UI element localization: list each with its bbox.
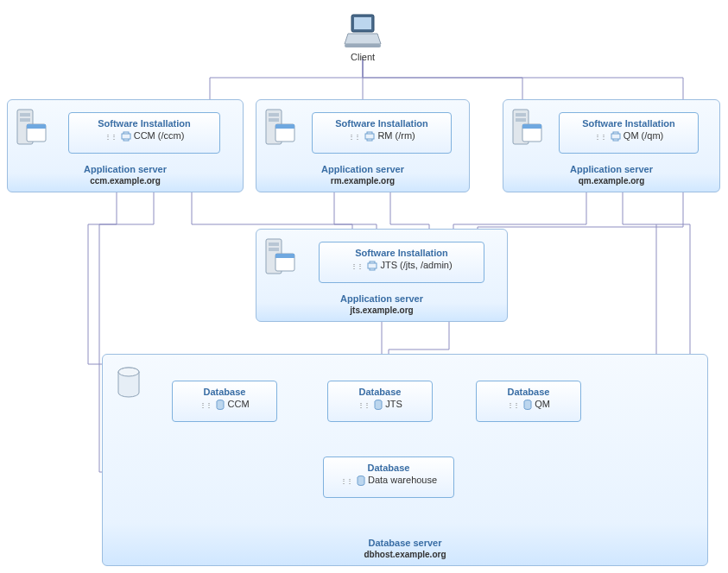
server-footer: Application server jts.example.org [256, 293, 507, 316]
dots-icon: ⋮⋮ [351, 262, 363, 270]
server-role: Application server [256, 164, 469, 175]
svg-rect-25 [269, 242, 279, 246]
box-title: Database [324, 463, 453, 473]
dots-icon: ⋮⋮ [507, 401, 519, 409]
database-server: Database ⋮⋮ CCM Database ⋮⋮ JTS Database… [102, 354, 708, 566]
server-footer: Application server qm.example.org [503, 164, 719, 186]
jts-app-server: Software Installation ⋮⋮ JTS (/jts, /adm… [256, 229, 508, 322]
dots-icon: ⋮⋮ [340, 477, 352, 485]
box-title: Database [173, 387, 276, 397]
dots-icon: ⋮⋮ [104, 133, 117, 141]
box-sub: ⋮⋮ RM (/rm) [313, 130, 451, 142]
svg-rect-5 [20, 118, 30, 122]
db-jts: Database ⋮⋮ JTS [327, 381, 433, 422]
svg-rect-14 [275, 124, 294, 129]
diagram-canvas: Client Software Installation ⋮⋮ CCM (/cc… [0, 0, 728, 573]
svg-rect-11 [269, 113, 279, 116]
box-sub: ⋮⋮ Data warehouse [324, 475, 453, 486]
svg-rect-16 [365, 134, 374, 139]
db-ccm: Database ⋮⋮ CCM [172, 381, 277, 422]
client-icon [341, 13, 384, 49]
qm-software-installation: Software Installation ⋮⋮ QM (/qm) [559, 112, 699, 154]
dots-icon: ⋮⋮ [594, 133, 606, 141]
svg-point-32 [118, 368, 139, 376]
box-sub: ⋮⋮ CCM [173, 399, 276, 410]
box-sub-text: CCM [228, 399, 250, 409]
server-host: jts.example.org [256, 305, 507, 316]
rm-software-installation: Software Installation ⋮⋮ RM (/rm) [312, 112, 452, 154]
svg-rect-4 [20, 113, 30, 116]
box-sub-text: CCM (/ccm) [134, 130, 185, 141]
rm-app-server: Software Installation ⋮⋮ RM (/rm) Applic… [256, 99, 470, 192]
server-icon [16, 109, 47, 147]
svg-rect-1 [354, 17, 371, 29]
server-role: Database server [103, 538, 707, 549]
svg-rect-30 [368, 263, 377, 268]
qm-app-server: Software Installation ⋮⋮ QM (/qm) Applic… [503, 99, 720, 192]
db-data-warehouse: Database ⋮⋮ Data warehouse [323, 457, 454, 498]
svg-rect-19 [516, 118, 526, 122]
box-sub: ⋮⋮ JTS (/jts, /admin) [320, 260, 484, 271]
server-footer: Application server ccm.example.org [8, 164, 243, 186]
box-title: Software Installation [560, 118, 698, 129]
box-sub-text: JTS (/jts, /admin) [381, 260, 453, 270]
svg-rect-21 [522, 124, 541, 129]
ccm-app-server: Software Installation ⋮⋮ CCM (/ccm) Appl… [7, 99, 244, 192]
svg-rect-26 [269, 248, 279, 251]
jts-software-installation: Software Installation ⋮⋮ JTS (/jts, /adm… [319, 242, 484, 283]
server-host: dbhost.example.org [103, 549, 707, 560]
server-footer: Database server dbhost.example.org [103, 538, 707, 560]
dots-icon: ⋮⋮ [358, 401, 370, 409]
svg-rect-2 [345, 44, 381, 47]
box-sub-text: JTS [385, 399, 402, 409]
db-qm: Database ⋮⋮ QM [476, 381, 581, 422]
server-icon [265, 109, 296, 147]
server-icon [265, 238, 296, 276]
svg-rect-12 [269, 118, 279, 122]
box-sub: ⋮⋮ QM [477, 399, 580, 410]
box-sub: ⋮⋮ CCM (/ccm) [69, 130, 219, 142]
box-sub: ⋮⋮ QM (/qm) [560, 130, 698, 142]
box-title: Database [328, 387, 432, 397]
server-host: qm.example.org [503, 175, 719, 186]
db-server-icon [117, 367, 141, 398]
dots-icon: ⋮⋮ [199, 401, 212, 409]
server-role: Application server [8, 164, 243, 175]
box-title: Software Installation [313, 118, 451, 129]
svg-rect-9 [122, 134, 130, 139]
svg-rect-28 [275, 254, 294, 258]
server-role: Application server [503, 164, 719, 175]
server-footer: Application server rm.example.org [256, 164, 469, 186]
box-sub-text: RM (/rm) [377, 130, 415, 141]
svg-rect-18 [516, 113, 526, 116]
box-title: Software Installation [320, 248, 484, 258]
box-title: Software Installation [69, 118, 219, 129]
box-title: Database [477, 387, 580, 397]
server-host: ccm.example.org [8, 175, 243, 186]
box-sub-text: QM [535, 399, 550, 409]
box-sub-text: Data warehouse [368, 475, 437, 485]
box-sub-text: QM (/qm) [624, 130, 663, 141]
server-role: Application server [256, 293, 507, 305]
box-sub: ⋮⋮ JTS [328, 399, 432, 410]
svg-rect-23 [611, 134, 620, 139]
svg-rect-7 [27, 124, 46, 129]
client-label: Client [351, 52, 375, 62]
ccm-software-installation: Software Installation ⋮⋮ CCM (/ccm) [68, 112, 220, 154]
server-host: rm.example.org [256, 175, 469, 186]
dots-icon: ⋮⋮ [348, 133, 360, 141]
server-icon [512, 109, 543, 147]
